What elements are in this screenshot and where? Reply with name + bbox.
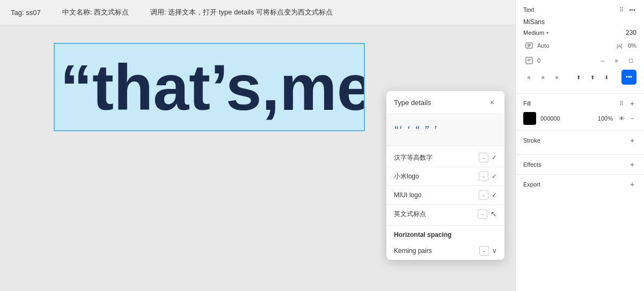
fill-section: Fill ⠿ + 000000 100% 👁 −: [516, 94, 644, 131]
fill-actions: 👁 −: [617, 114, 636, 123]
valign-middle-icon[interactable]: ⬆: [587, 71, 598, 83]
font-weight-select[interactable]: Medium ▾: [523, 29, 548, 36]
text-section-title-row: Text ⠿ •••: [523, 5, 636, 14]
fill-section-title: Fill: [523, 100, 531, 107]
export-section: Export +: [516, 175, 644, 198]
item-label-miui: MIUI logo: [394, 191, 479, 199]
effects-section-title: Effects: [523, 161, 541, 168]
text-controls-row-1: Auto |A| 0%: [523, 40, 636, 51]
popup-list: 汉字等高数字 - ✓ 小米logo - ✓ MIUI logo - ✓: [386, 146, 504, 225]
kerning-label: Kerning pairs: [394, 247, 432, 255]
export-title-row: Export +: [523, 180, 636, 189]
align-h-icon[interactable]: ≡: [611, 55, 623, 66]
align-left-icon[interactable]: ≡: [523, 71, 535, 83]
align-row: ≡ ≡ ≡ ⬆ ⬆ ⬇ •••: [523, 70, 636, 85]
svg-text:|A|: |A|: [617, 43, 623, 49]
effects-row: Effects +: [523, 160, 636, 169]
frame-icon[interactable]: ☐: [625, 55, 636, 66]
usage-label: 调用: 选择文本，打开 type details 可将标点变为西文式标点: [150, 8, 333, 17]
stroke-add-button[interactable]: +: [628, 136, 636, 145]
auto-height-icon: [523, 40, 535, 51]
color-hex-value[interactable]: 000000: [540, 115, 594, 122]
font-size-value[interactable]: 230: [626, 29, 636, 36]
check-icon-xiaomi: ✓: [492, 173, 497, 180]
fill-section-icons: ⠿ +: [617, 99, 636, 108]
list-item: 小米logo - ✓: [386, 167, 504, 186]
align-justify-icon[interactable]: ≡: [551, 71, 563, 83]
grid-icon[interactable]: ⠿: [617, 5, 626, 14]
minus-button-miui[interactable]: -: [479, 190, 488, 200]
remove-fill-icon[interactable]: −: [628, 114, 636, 123]
fill-title-row: Fill ⠿ +: [523, 99, 636, 108]
kerning-row: Kerning pairs - ∨: [386, 242, 504, 260]
more-options-button[interactable]: •••: [621, 70, 636, 85]
font-name[interactable]: MiSans: [523, 18, 636, 26]
auto-label: Auto: [537, 42, 550, 49]
line-height-icon: [523, 55, 535, 66]
popup-header: Type details ×: [386, 91, 504, 114]
list-item: 英文式标点 - ↖: [386, 205, 504, 223]
minus-button-kerning[interactable]: -: [479, 246, 489, 256]
export-section-title: Export: [523, 181, 540, 188]
chevron-down-icon: ∨: [492, 247, 497, 255]
stroke-section: Stroke +: [516, 131, 644, 155]
horizontal-spacing-header: Horizontal spacing: [386, 225, 504, 242]
kern-pct[interactable]: 0%: [628, 42, 636, 49]
item-label-kanji: 汉字等高数字: [394, 153, 479, 162]
chevron-down-icon: ▾: [546, 31, 548, 35]
item-controls: - ✓: [479, 190, 497, 200]
more-icon[interactable]: •••: [628, 5, 636, 14]
visibility-icon[interactable]: 👁: [617, 114, 626, 123]
item-controls: - ✓: [479, 171, 497, 181]
minus-button-kanji[interactable]: -: [479, 153, 488, 162]
kerning-controls: - ∨: [479, 246, 497, 256]
text-preview-box[interactable]: “that’s,me: [54, 43, 365, 131]
fill-add-button[interactable]: +: [628, 99, 636, 108]
list-item: MIUI logo - ✓: [386, 186, 504, 205]
effects-section: Effects +: [516, 155, 644, 175]
check-icon-kanji: ✓: [492, 154, 497, 161]
effects-add-button[interactable]: +: [628, 160, 636, 169]
line-height-value[interactable]: 0: [537, 57, 540, 64]
type-details-popup: Type details × “‘ ‘ “ ” ’ 汉字等高数字 - ✓ 小米l…: [386, 91, 504, 260]
fill-grid-icon[interactable]: ⠿: [617, 99, 626, 108]
export-add-button[interactable]: +: [628, 180, 636, 189]
align-center-icon[interactable]: ≡: [537, 71, 549, 83]
item-label-xiaomi: 小米logo: [394, 172, 479, 181]
resize-icon[interactable]: ↔: [597, 55, 609, 66]
text-section-icons: ⠿ •••: [617, 5, 636, 14]
font-weight-row: Medium ▾ 230: [523, 29, 636, 36]
valign-top-icon[interactable]: ⬆: [573, 71, 584, 83]
preview-text: “that’s,me: [55, 55, 365, 120]
text-controls-row-2: 0 ↔ ≡ ☐: [523, 55, 636, 66]
valign-bottom-icon[interactable]: ⬇: [601, 71, 612, 83]
kern-icon: |A|: [614, 40, 626, 51]
popup-preview: “‘ ‘ “ ” ’: [386, 114, 504, 146]
name-label: 中文名称: 西文式标点: [62, 8, 129, 17]
list-item: 汉字等高数字 - ✓: [386, 148, 504, 167]
stroke-section-title: Stroke: [523, 137, 540, 144]
font-weight-label: Medium: [523, 29, 544, 36]
dots-icon: •••: [626, 73, 633, 81]
item-controls: - ✓: [479, 153, 497, 162]
check-icon-english-punct: ↖: [491, 210, 497, 218]
top-bar: Tag: ss07 中文名称: 西文式标点 调用: 选择文本，打开 type d…: [0, 0, 515, 25]
check-icon-miui: ✓: [492, 191, 497, 199]
item-controls: - ↖: [478, 209, 497, 219]
text-section-title: Text: [523, 6, 534, 13]
popup-title: Type details: [394, 99, 431, 107]
minus-button-xiaomi[interactable]: -: [479, 171, 488, 181]
punctuation-preview: “‘ ‘ “ ” ’: [394, 123, 437, 137]
right-panel: Text ⠿ ••• MiSans Medium ▾ 230: [515, 0, 644, 291]
fill-row: 000000 100% 👁 −: [523, 112, 636, 125]
opacity-value[interactable]: 100%: [598, 115, 613, 122]
color-swatch[interactable]: [523, 112, 536, 125]
stroke-title-row: Stroke +: [523, 136, 636, 145]
minus-button-english-punct[interactable]: -: [478, 209, 487, 219]
item-label-english-punct: 英文式标点: [394, 210, 478, 219]
canvas-area: Tag: ss07 中文名称: 西文式标点 调用: 选择文本，打开 type d…: [0, 0, 515, 291]
text-section: Text ⠿ ••• MiSans Medium ▾ 230: [516, 0, 644, 94]
tag-label: Tag: ss07: [11, 9, 41, 17]
popup-close-button[interactable]: ×: [487, 98, 497, 107]
